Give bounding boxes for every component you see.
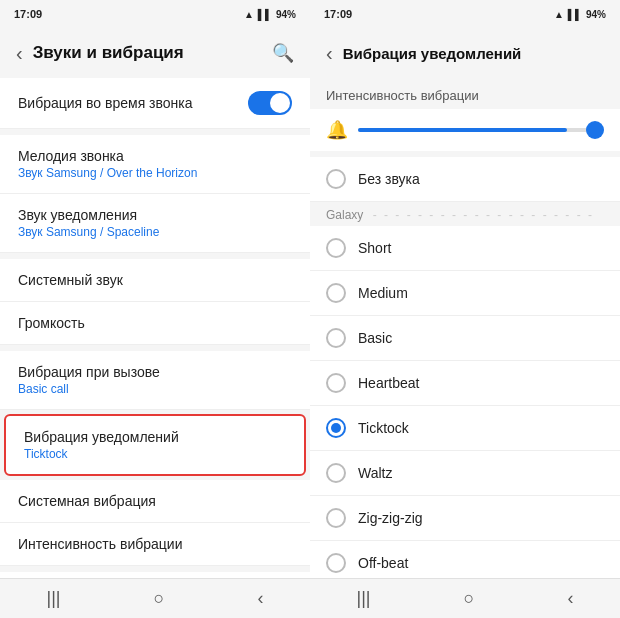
left-settings-list: Вибрация во время звонка Мелодия звонка …	[0, 78, 310, 578]
setting-notification-vibration-title: Вибрация уведомлений	[24, 429, 179, 445]
setting-vibration-during-call-title: Вибрация во время звонка	[18, 95, 193, 111]
left-page-title: Звуки и вибрация	[33, 43, 266, 63]
left-battery: 94%	[276, 9, 296, 20]
left-bottom-nav: ||| ○ ‹	[0, 578, 310, 618]
radio-zig-zig-zig	[326, 508, 346, 528]
intensity-slider[interactable]	[358, 128, 604, 132]
right-phone-panel: 17:09 ▲ ▌▌ 94% ‹ Вибрация уведомлений Ин…	[310, 0, 620, 618]
radio-short	[326, 238, 346, 258]
setting-system-sound[interactable]: Системный звук	[0, 259, 310, 302]
setting-ringtone-title: Мелодия звонка	[18, 148, 197, 164]
setting-vibration-intensity-title: Интенсивность вибрации	[18, 536, 182, 552]
slider-fill	[358, 128, 567, 132]
setting-vibration-on-call[interactable]: Вибрация при вызове Basic call	[0, 351, 310, 410]
setting-vibration-intensity[interactable]: Интенсивность вибрации	[0, 523, 310, 566]
vibration-options-list: Без звука Galaxy - - - - - - - - - - - -…	[310, 157, 620, 578]
left-phone-panel: 17:09 ▲ ▌▌ 94% ‹ Звуки и вибрация 🔍 Вибр…	[0, 0, 310, 618]
option-short-label: Short	[358, 240, 391, 256]
radio-off-beat	[326, 553, 346, 573]
right-nav-home[interactable]: ○	[464, 588, 475, 609]
setting-notification-vibration[interactable]: Вибрация уведомлений Ticktock	[4, 414, 306, 476]
setting-ringtone-subtitle: Звук Samsung / Over the Horizon	[18, 166, 197, 180]
option-ticktock-label: Ticktock	[358, 420, 409, 436]
setting-notification-sound-subtitle: Звук Samsung / Spaceline	[18, 225, 159, 239]
right-page-title: Вибрация уведомлений	[343, 45, 610, 62]
bell-icon: 🔔	[326, 119, 348, 141]
right-status-icons: ▲ ▌▌ 94%	[554, 9, 606, 20]
right-status-bar: 17:09 ▲ ▌▌ 94%	[310, 0, 620, 28]
setting-volume[interactable]: Громкость	[0, 302, 310, 345]
left-nav-home[interactable]: ○	[154, 588, 165, 609]
left-back-button[interactable]: ‹	[10, 38, 29, 69]
left-nav-menu[interactable]: |||	[47, 588, 61, 609]
left-status-bar: 17:09 ▲ ▌▌ 94%	[0, 0, 310, 28]
setting-system-sound-title: Системный звук	[18, 272, 123, 288]
option-off-beat[interactable]: Off-beat	[310, 541, 620, 578]
left-wifi-icon: ▲	[244, 9, 254, 20]
option-off-beat-label: Off-beat	[358, 555, 408, 571]
left-status-icons: ▲ ▌▌ 94%	[244, 9, 296, 20]
radio-silent	[326, 169, 346, 189]
radio-ticktock	[326, 418, 346, 438]
right-header: ‹ Вибрация уведомлений	[310, 28, 620, 78]
setting-notification-vibration-subtitle: Ticktock	[24, 447, 179, 461]
setting-system-vibration-title: Системная вибрация	[18, 493, 156, 509]
left-nav-back[interactable]: ‹	[257, 588, 263, 609]
option-heartbeat[interactable]: Heartbeat	[310, 361, 620, 406]
slider-thumb[interactable]	[586, 121, 604, 139]
right-time: 17:09	[324, 8, 352, 20]
intensity-label: Интенсивность вибрации	[310, 78, 620, 109]
vibration-during-call-toggle[interactable]	[248, 91, 292, 115]
option-basic-label: Basic	[358, 330, 392, 346]
right-nav-back[interactable]: ‹	[567, 588, 573, 609]
option-zig-zig-zig-label: Zig-zig-zig	[358, 510, 423, 526]
intensity-slider-row: 🔔	[310, 109, 620, 151]
option-heartbeat-label: Heartbeat	[358, 375, 419, 391]
setting-notification-sound[interactable]: Звук уведомления Звук Samsung / Spacelin…	[0, 194, 310, 253]
radio-waltz	[326, 463, 346, 483]
setting-ringtone[interactable]: Мелодия звонка Звук Samsung / Over the H…	[0, 135, 310, 194]
option-zig-zig-zig[interactable]: Zig-zig-zig	[310, 496, 620, 541]
radio-medium	[326, 283, 346, 303]
right-signal-icon: ▌▌	[568, 9, 582, 20]
right-nav-menu[interactable]: |||	[357, 588, 371, 609]
option-silent[interactable]: Без звука	[310, 157, 620, 202]
setting-notification-sound-title: Звук уведомления	[18, 207, 159, 223]
option-basic[interactable]: Basic	[310, 316, 620, 361]
setting-vibration-on-call-subtitle: Basic call	[18, 382, 160, 396]
left-signal-icon: ▌▌	[258, 9, 272, 20]
option-waltz[interactable]: Waltz	[310, 451, 620, 496]
setting-system-vibration[interactable]: Системная вибрация	[0, 480, 310, 523]
option-medium[interactable]: Medium	[310, 271, 620, 316]
right-wifi-icon: ▲	[554, 9, 564, 20]
right-battery: 94%	[586, 9, 606, 20]
option-waltz-label: Waltz	[358, 465, 392, 481]
right-bottom-nav: ||| ○ ‹	[310, 578, 620, 618]
option-short[interactable]: Short	[310, 226, 620, 271]
right-back-button[interactable]: ‹	[320, 38, 339, 69]
option-silent-label: Без звука	[358, 171, 420, 187]
option-medium-label: Medium	[358, 285, 408, 301]
setting-vibration-on-call-title: Вибрация при вызове	[18, 364, 160, 380]
option-ticktock[interactable]: Ticktock	[310, 406, 620, 451]
setting-vibration-during-call[interactable]: Вибрация во время звонка	[0, 78, 310, 129]
left-header: ‹ Звуки и вибрация 🔍	[0, 28, 310, 78]
left-time: 17:09	[14, 8, 42, 20]
left-search-button[interactable]: 🔍	[266, 38, 300, 68]
radio-heartbeat	[326, 373, 346, 393]
galaxy-section-header: Galaxy - - - - - - - - - - - - - - - - -…	[310, 202, 620, 226]
radio-basic	[326, 328, 346, 348]
setting-volume-title: Громкость	[18, 315, 85, 331]
